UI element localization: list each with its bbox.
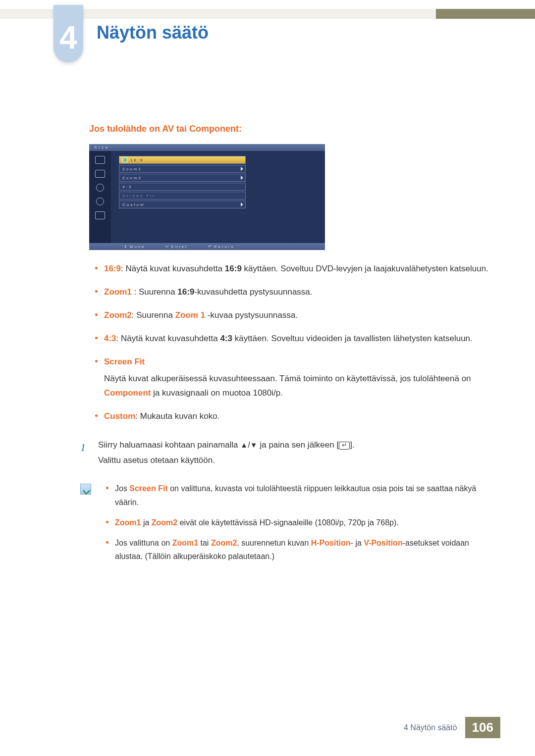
chevron-right-icon: [241, 176, 243, 180]
note-icon: [80, 484, 91, 495]
return-icon: ↶: [208, 245, 213, 249]
osd-sidebar-icon: [95, 211, 105, 219]
osd-sidebar-icon: [95, 156, 105, 164]
list-item-custom: Custom: Mukauta kuvan koko.: [104, 409, 495, 424]
osd-item-screenfit: Screen Fit: [119, 192, 246, 200]
chapter-number: 4: [59, 22, 77, 53]
note-list: Jos Screen Fit on valittuna, kuvasta voi…: [100, 482, 495, 570]
osd-items: 16:9 Zoom1 Zoom2 4:3 Screen Fit Custom: [119, 156, 246, 209]
chevron-right-icon: [241, 202, 243, 206]
note-item: Jos valittuna on Zoom1 tai Zoom2, suuren…: [115, 536, 495, 563]
osd-footer-move: ⇕Move: [124, 245, 146, 249]
osd-footer: ⇕Move ↵Enter ↶Return: [89, 243, 325, 250]
triangle-down-icon: ▼: [250, 441, 258, 449]
osd-item-label: Screen Fit: [122, 194, 155, 198]
enter-icon: ↵: [165, 245, 170, 249]
list-item-16-9: 16:9: Näytä kuvat kuvasuhdetta 16:9 käyt…: [104, 262, 495, 276]
osd-footer-enter: ↵Enter: [165, 245, 188, 249]
osd-item-zoom1: Zoom1: [119, 165, 246, 173]
osd-item-label: 4:3: [122, 185, 132, 189]
step-1: 1 Siirry haluamaasi kohtaan painamalla ▲…: [80, 438, 495, 468]
osd-item-16-9: 16:9: [119, 156, 246, 164]
osd-menu: Size 16:9 Zoom1 Zoom2 4:3: [89, 144, 325, 250]
osd-item-4-3: 4:3: [119, 183, 246, 191]
note-block: Jos Screen Fit on valittuna, kuvasta voi…: [80, 482, 495, 570]
note-item: Zoom1 ja Zoom2 eivät ole käytettävissä H…: [115, 516, 495, 529]
updown-icon: ⇕: [124, 245, 129, 249]
step-number: 1: [80, 438, 89, 468]
osd-sidebar-icon: [96, 198, 104, 205]
osd-item-label: Custom: [122, 202, 145, 207]
osd-item-zoom2: Zoom2: [119, 174, 246, 182]
osd-sidebar-icon: [96, 184, 104, 192]
enter-icon: ↵: [339, 442, 350, 450]
option-list: 16:9: Näytä kuvat kuvasuhdetta 16:9 käyt…: [89, 262, 495, 424]
note-item: Jos Screen Fit on valittuna, kuvasta voi…: [115, 482, 495, 508]
section-heading: Jos tulolähde on AV tai Component:: [89, 124, 495, 134]
chapter-title: Näytön säätö: [97, 22, 209, 43]
osd-title: Size: [89, 144, 325, 151]
page-footer: 4 Näytön säätö 106: [404, 717, 500, 738]
list-item-zoom1: Zoom1 : Suurenna 16:9-kuvasuhdetta pysty…: [104, 285, 495, 300]
list-item-4-3: 4:3: Näytä kuvat kuvasuhdetta 4:3 käyttä…: [104, 332, 495, 346]
osd-item-custom: Custom: [119, 201, 246, 208]
list-item-screen-fit: Screen Fit Näytä kuvat alkuperäisessä ku…: [104, 355, 495, 401]
page-number: 106: [465, 717, 500, 738]
screen-fit-desc: Näytä kuvat alkuperäisessä kuvasuhteessa…: [104, 372, 495, 401]
triangle-up-icon: ▲: [240, 441, 248, 449]
osd-item-label: Zoom2: [122, 176, 142, 180]
osd-sidebar: [89, 151, 111, 243]
content-area: Jos tulolähde on AV tai Component: Size …: [89, 124, 495, 570]
footer-label: 4 Näytön säätö: [404, 723, 457, 732]
osd-item-label: Zoom1: [122, 167, 142, 171]
check-icon: [122, 157, 127, 162]
step-text: Siirry haluamaasi kohtaan painamalla ▲/▼…: [98, 438, 355, 468]
list-item-zoom2: Zoom2: Suurenna Zoom 1 -kuvaa pystysuunn…: [104, 308, 495, 323]
chevron-right-icon: [241, 167, 243, 171]
osd-sidebar-icon: [95, 170, 105, 178]
step-line2: Valittu asetus otetaan käyttöön.: [98, 453, 355, 468]
osd-footer-return: ↶Return: [208, 245, 235, 249]
osd-item-label: 16:9: [130, 158, 144, 162]
chapter-badge: 4: [54, 5, 83, 62]
